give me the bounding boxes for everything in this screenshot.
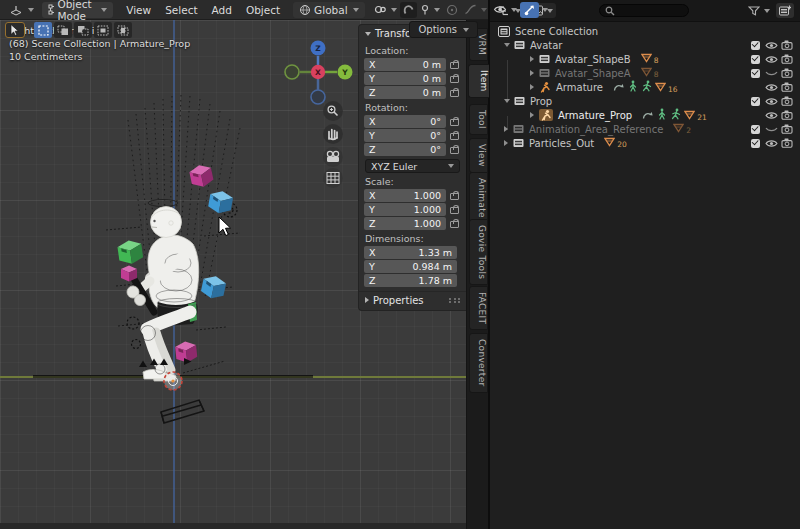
eye-open-icon[interactable]	[763, 139, 779, 148]
outliner-row-particles-out[interactable]: Particles_Out 20	[490, 136, 800, 150]
disclosure-closed-icon[interactable]	[530, 56, 534, 62]
tab-view[interactable]: View	[469, 138, 488, 173]
camera-render-icon[interactable]	[779, 124, 795, 134]
panel-grip-icon[interactable]	[449, 298, 460, 303]
tab-govie-tools[interactable]: Govie Tools	[469, 219, 488, 285]
camera-render-icon[interactable]	[779, 82, 795, 92]
tab-item[interactable]: Item	[468, 64, 489, 98]
outliner-row-avatar[interactable]: Avatar	[490, 38, 800, 52]
checkbox-icon[interactable]	[751, 125, 760, 134]
location-y-field[interactable]: Y0 m	[364, 72, 446, 85]
lock-icon[interactable]	[450, 191, 458, 200]
scale-x-field[interactable]: X1.000	[364, 189, 446, 202]
disclosure-open-icon[interactable]	[504, 43, 510, 47]
checkbox-icon[interactable]	[751, 41, 760, 50]
lock-icon[interactable]	[450, 131, 458, 140]
mode-select[interactable]: Object Mode	[42, 2, 113, 18]
snap-magnet-button[interactable]	[400, 2, 417, 18]
rotation-y-field[interactable]: Y0°	[364, 129, 446, 142]
zoom-button[interactable]	[323, 101, 343, 121]
disclosure-closed-icon[interactable]	[504, 140, 508, 146]
outliner-row-armature[interactable]: Armature 16	[490, 80, 800, 94]
scale-z-field[interactable]: Z1.000	[364, 217, 446, 230]
location-z-field[interactable]: Z0 m	[364, 86, 446, 99]
camera-render-icon[interactable]	[779, 54, 795, 64]
disclosure-closed-icon[interactable]	[530, 84, 534, 90]
cube-blue-top[interactable]	[207, 189, 234, 215]
snapping-button[interactable]	[371, 2, 400, 18]
checkbox-icon[interactable]	[751, 139, 760, 148]
gizmo-minus-y-ball[interactable]	[285, 65, 299, 79]
options-button[interactable]: Options	[409, 21, 478, 38]
editor-type-button[interactable]	[5, 2, 38, 18]
tweak-tool-button[interactable]	[5, 22, 25, 38]
outliner-row-scene-collection[interactable]: Scene Collection	[490, 24, 800, 38]
filter-button[interactable]	[748, 6, 770, 16]
camera-render-icon[interactable]	[779, 138, 795, 148]
new-collection-button[interactable]	[776, 3, 794, 18]
lock-icon[interactable]	[450, 219, 458, 228]
lock-icon[interactable]	[450, 88, 458, 97]
rotation-z-field[interactable]: Z0°	[364, 143, 446, 156]
transform-orientation-select[interactable]: Global	[293, 2, 365, 18]
disclosure-closed-icon[interactable]	[530, 112, 534, 118]
select-set-button[interactable]	[34, 22, 52, 38]
menu-add[interactable]: Add	[205, 4, 239, 16]
outliner-row-avatar-shapea[interactable]: Avatar_ShapeA 8	[490, 66, 800, 80]
nav-gizmo[interactable]: Z Y X	[285, 41, 353, 105]
lock-icon[interactable]	[450, 74, 458, 83]
eye-open-icon[interactable]	[763, 41, 779, 50]
camera-render-icon[interactable]	[779, 40, 795, 50]
scale-y-field[interactable]: Y1.000	[364, 203, 446, 216]
lock-icon[interactable]	[450, 145, 458, 154]
select-invert-button[interactable]	[94, 22, 112, 38]
camera-render-icon[interactable]	[779, 68, 795, 78]
select-subtract-button[interactable]	[74, 22, 92, 38]
checkbox-icon[interactable]	[751, 69, 760, 78]
eye-open-icon[interactable]	[763, 55, 779, 64]
eye-closed-icon[interactable]	[763, 126, 779, 133]
eye-open-icon[interactable]	[763, 83, 779, 92]
outliner-row-avatar-shapeb[interactable]: Avatar_ShapeB 8	[490, 52, 800, 66]
tab-converter[interactable]: Converter	[469, 333, 488, 393]
gizmo-toggle-button[interactable]	[520, 2, 539, 18]
wireframe-wedge[interactable]	[161, 400, 204, 423]
eye-open-icon[interactable]	[763, 111, 779, 120]
outliner-row-prop[interactable]: Prop	[490, 94, 800, 108]
eye-open-icon[interactable]	[763, 97, 779, 106]
falloff-button[interactable]	[461, 2, 490, 18]
lock-icon[interactable]	[450, 60, 458, 69]
checkbox-icon[interactable]	[751, 97, 760, 106]
disclosure-open-icon[interactable]	[504, 99, 510, 103]
properties-panel-header[interactable]: Properties	[359, 291, 466, 308]
camera-view-button[interactable]	[323, 147, 343, 167]
location-x-field[interactable]: X0 m	[364, 58, 446, 71]
dimensions-y-field[interactable]: Y0.984 m	[364, 260, 457, 273]
object-visibility-button[interactable]	[490, 2, 520, 18]
grid-ortho-button[interactable]	[323, 168, 343, 188]
menu-object[interactable]: Object	[239, 4, 287, 16]
cube-green[interactable]	[117, 239, 144, 266]
dimensions-z-field[interactable]: Z1.78 m	[364, 274, 457, 287]
gizmo-minus-z-ball[interactable]	[311, 90, 325, 104]
tab-faceit[interactable]: FACEIT	[469, 286, 488, 330]
outliner-search-input[interactable]	[599, 4, 689, 17]
camera-render-icon[interactable]	[779, 110, 795, 120]
pan-hand-button[interactable]	[323, 124, 343, 144]
checkbox-icon[interactable]	[751, 55, 760, 64]
snap-target-button[interactable]	[417, 2, 443, 18]
select-intersect-button[interactable]	[114, 22, 132, 38]
lock-icon[interactable]	[450, 205, 458, 214]
select-extend-button[interactable]	[54, 22, 72, 38]
outliner-row-animation-area-reference[interactable]: Animation_Area_Reference 2	[490, 122, 800, 136]
menu-select[interactable]: Select	[158, 4, 204, 16]
tab-tool[interactable]: Tool	[469, 104, 488, 135]
menu-view[interactable]: View	[119, 4, 158, 16]
foot-roll-gizmo[interactable]	[164, 372, 182, 390]
outliner-row-armature-prop[interactable]: Armature_Prop 21	[490, 108, 800, 122]
disclosure-closed-icon[interactable]	[530, 70, 534, 76]
eye-closed-icon[interactable]	[763, 70, 779, 77]
lock-icon[interactable]	[450, 117, 458, 126]
cube-blue-right[interactable]	[200, 274, 227, 301]
proportional-editing-button[interactable]	[443, 2, 461, 18]
